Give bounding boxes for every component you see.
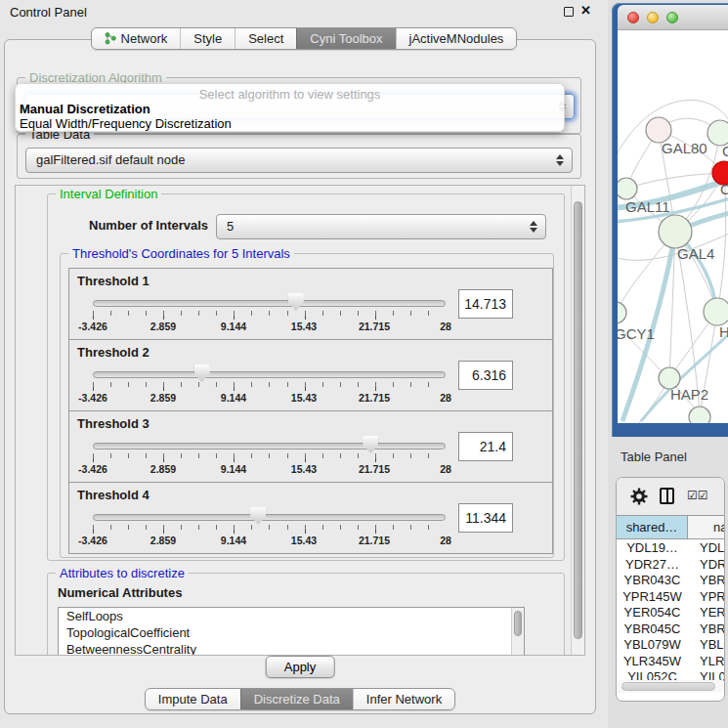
threshold-value-field[interactable]: 14.713 xyxy=(458,289,513,319)
table-row[interactable]: YDL19… YDL1 xyxy=(617,540,724,557)
tab-cyni-toolbox[interactable]: Cyni Toolbox xyxy=(296,28,395,49)
threshold-slider-track[interactable] xyxy=(93,443,446,450)
threshold-slider-thumb[interactable] xyxy=(288,293,304,311)
number-of-intervals-value: 5 xyxy=(227,219,234,234)
dropdown-placeholder-item[interactable]: Select algorithm to view settings xyxy=(16,87,564,102)
tick-label: 15.43 xyxy=(291,463,317,475)
table-header-row: shared… na xyxy=(617,515,724,539)
tick-label: 21.715 xyxy=(359,463,390,475)
table-data-combobox[interactable]: galFiltered.sif default node xyxy=(25,148,573,173)
table-row[interactable]: YDR27… YDR2 xyxy=(617,557,724,574)
threshold-label: Threshold 4 xyxy=(77,488,150,502)
table-horizontal-scrollbar[interactable] xyxy=(618,680,723,693)
threshold-panel: Threshold 4 -3.426 2.859 9.144 15.43 21.… xyxy=(68,482,553,554)
node-gal4 xyxy=(659,215,692,248)
apply-button[interactable]: Apply xyxy=(266,656,335,678)
tick-label: 21.715 xyxy=(359,535,390,546)
threshold-slider-track[interactable] xyxy=(93,300,446,307)
table-row[interactable]: YBL079W YBL0 xyxy=(617,637,724,654)
table-row[interactable]: YBR045C YBR0 xyxy=(617,621,724,638)
tab-discretize-data[interactable]: Discretize Data xyxy=(240,689,353,709)
tick-label: 2.859 xyxy=(150,321,176,332)
threshold-slider-thumb[interactable] xyxy=(194,364,210,382)
node-label-gal11: GAL11 xyxy=(625,198,670,215)
tick-label: 21.715 xyxy=(359,392,390,404)
algorithm-dropdown-popup: Select algorithm to view settings Manual… xyxy=(15,83,565,132)
numerical-attributes-list: SelfLoops TopologicalCoefficient Between… xyxy=(58,607,525,656)
threshold-value-field[interactable]: 11.344 xyxy=(458,503,513,533)
tick-label: 15.43 xyxy=(291,321,317,332)
control-panel-titlebar: Control Panel ✕ xyxy=(0,0,608,23)
tick-label: 2.859 xyxy=(150,392,176,404)
settings-vertical-scrollbar[interactable] xyxy=(571,186,584,655)
tab-select[interactable]: Select xyxy=(235,28,296,49)
node-label-partial-top: GA xyxy=(722,143,728,159)
node-bottom xyxy=(689,407,710,423)
tick-label: -3.426 xyxy=(78,535,107,546)
list-item[interactable]: SelfLoops xyxy=(59,608,524,624)
threshold-slider-track[interactable] xyxy=(93,514,446,521)
interval-definition-group: Interval Definition Number of Intervals … xyxy=(47,193,565,561)
table-row[interactable]: YLR345W YLR3 xyxy=(617,654,724,670)
float-window-icon[interactable] xyxy=(564,7,574,17)
dropdown-item-manual[interactable]: Manual Discretization xyxy=(20,102,150,116)
columns-icon[interactable] xyxy=(660,488,674,504)
node-gal11 xyxy=(618,178,637,199)
panel-title: Control Panel xyxy=(10,5,87,20)
tick-label: 28 xyxy=(440,463,451,475)
table-data-group: Table Data galFiltered.sif default node xyxy=(17,134,581,179)
number-of-intervals-combobox[interactable]: 5 xyxy=(216,214,546,239)
network-view-window: GAL80 GA C GAL11 GAL4 GCY1 H HAP2 xyxy=(612,3,728,437)
threshold-slider-thumb[interactable] xyxy=(250,507,266,525)
list-item[interactable]: BetweennessCentrality xyxy=(59,641,524,656)
table-panel: ☑☑ shared… na YDL19… YDL1 YDR27… YDR2 YB… xyxy=(616,477,725,702)
table-panel-title: Table Panel xyxy=(621,450,687,464)
threshold-value-field[interactable]: 6.316 xyxy=(458,361,513,390)
slider-tick-marks xyxy=(93,453,446,463)
gear-icon[interactable] xyxy=(630,488,648,505)
tab-network[interactable]: Network xyxy=(92,28,181,49)
dropdown-item-equal-width[interactable]: Equal Width/Frequency Discretization xyxy=(20,116,232,131)
threshold-slider-track[interactable] xyxy=(93,371,446,378)
node-gcy1 xyxy=(618,302,626,323)
network-window-titlebar[interactable] xyxy=(618,5,728,30)
list-item[interactable]: TopologicalCoefficient xyxy=(59,624,524,641)
threshold-label: Threshold 3 xyxy=(77,416,150,431)
tick-label: 21.715 xyxy=(359,321,390,332)
table-row[interactable]: YBR043C YBR0 xyxy=(617,573,724,589)
tick-label: 28 xyxy=(440,392,451,404)
slider-tick-marks xyxy=(93,525,446,535)
settings-scroll-area: Interval Definition Number of Intervals … xyxy=(15,185,585,656)
tab-style[interactable]: Style xyxy=(180,28,235,49)
interval-definition-label: Interval Definition xyxy=(56,187,161,201)
tab-jactivemnodules[interactable]: jActiveMNodules xyxy=(396,28,517,49)
minimize-traffic-light-icon[interactable] xyxy=(647,12,659,23)
tab-infer-network[interactable]: Infer Network xyxy=(353,689,454,709)
tick-label: 9.144 xyxy=(221,463,246,475)
thresholds-group-label: Threshold's Coordinates for 5 Intervals xyxy=(68,246,294,261)
threshold-value-field[interactable]: 21.4 xyxy=(458,432,513,461)
list-scrollbar[interactable] xyxy=(511,608,524,656)
combo-arrows-icon xyxy=(556,154,564,166)
tab-impute-data[interactable]: Impute Data xyxy=(146,689,240,709)
column-header-name[interactable]: na xyxy=(688,516,724,538)
threshold-panel: Threshold 2 -3.426 2.859 9.144 15.43 21.… xyxy=(68,339,553,411)
column-header-shared-name[interactable]: shared… xyxy=(617,516,688,538)
threshold-slider-thumb[interactable] xyxy=(363,436,378,453)
table-rows: YDL19… YDL1 YDR27… YDR2 YBR043C YBR0 YPR… xyxy=(617,540,724,686)
combo-arrows-icon xyxy=(530,221,537,233)
network-canvas[interactable]: GAL80 GA C GAL11 GAL4 GCY1 H HAP2 xyxy=(618,30,728,423)
attributes-group-label: Attributes to discretize xyxy=(56,566,189,580)
close-icon[interactable]: ✕ xyxy=(580,3,591,18)
slider-tick-marks xyxy=(93,382,446,392)
threshold-panel: Threshold 1 -3.426 2.859 9.144 15.43 21.… xyxy=(68,268,553,340)
cyni-mode-tabs: Impute Data Discretize Data Infer Networ… xyxy=(5,688,595,710)
select-checkboxes-icon[interactable]: ☑☑ xyxy=(687,489,708,502)
zoom-traffic-light-icon[interactable] xyxy=(666,12,678,23)
table-row[interactable]: YER054C YER0 xyxy=(617,605,724,621)
node-label-gcy1: GCY1 xyxy=(618,325,655,342)
table-row[interactable]: YPR145W YPR1 xyxy=(617,589,724,606)
node-label-gal80: GAL80 xyxy=(662,140,707,156)
tick-label: 9.144 xyxy=(221,535,246,546)
close-traffic-light-icon[interactable] xyxy=(627,12,639,23)
